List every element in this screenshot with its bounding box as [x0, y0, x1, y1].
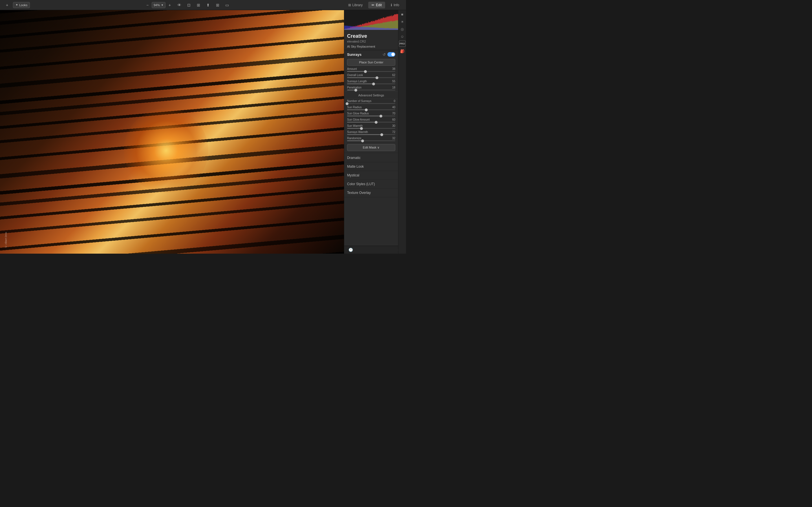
slider-track[interactable] [347, 83, 395, 84]
info-icon: ℹ [391, 3, 392, 7]
watermark: © Albert Dros [4, 232, 7, 248]
adv-slider-row-sun-glow-radius: Sun Glow Radius 70 [344, 111, 398, 117]
slider-label: Penetration [347, 86, 362, 89]
edit-mask-button[interactable]: Edit Mask ∨ [347, 144, 395, 151]
sunrays-reset-button[interactable]: ↺ [383, 52, 386, 57]
adv-slider-row-sun-warmth: Sun Warmth 30 [344, 124, 398, 130]
slider-value: 32 [392, 137, 395, 140]
edit-icon: ✏ [372, 3, 374, 7]
slider-track[interactable] [347, 128, 395, 129]
slider-row-sunrays-length: Sunrays Length 55 [344, 79, 398, 86]
right-panel-content: Creative elevated.CR2 AI Sky Replacement… [344, 30, 398, 246]
slider-value: 62 [392, 73, 395, 77]
adv-slider-row-sun-radius: Sun Radius 40 [344, 105, 398, 111]
layers-icon[interactable]: ≡ [399, 11, 405, 17]
zoom-value[interactable]: 94% ▼ [152, 2, 165, 8]
slider-track[interactable] [347, 116, 395, 116]
grid-button[interactable]: ⊞ [214, 2, 221, 8]
slider-label: Sun Glow Radius [347, 112, 369, 115]
right-panel: ≡ ☀ ◎ ☺ PRO 🎒 Creative elevated.CR2 AI S… [344, 10, 406, 253]
slider-label: Sun Warmth [347, 124, 363, 127]
adv-slider-row-sunrays-warmth: Sunrays Warmth 72 [344, 130, 398, 136]
slider-value: 40 [392, 106, 395, 109]
list-item-texture-overlay[interactable]: Texture Overlay [344, 188, 398, 197]
slider-label: Sun Glow Amount [347, 118, 370, 121]
face-icon[interactable]: ☺ [399, 33, 405, 40]
color-wheel-icon[interactable]: ◎ [399, 26, 405, 32]
sunrays-section-header: Sunrays ↺ [344, 50, 398, 58]
sun-icon[interactable]: ☀ [399, 18, 405, 25]
library-icon: ⊞ [348, 3, 351, 7]
layout-button[interactable]: ▭ [224, 2, 231, 8]
slider-track[interactable] [347, 71, 395, 72]
photo-image [0, 10, 344, 253]
list-item-dramatic[interactable]: Dramatic [344, 154, 398, 162]
slider-track[interactable] [347, 103, 395, 104]
pro-badge[interactable]: PRO [399, 41, 406, 47]
slider-track[interactable] [347, 109, 395, 110]
slider-label: Sunrays Warmth [347, 130, 368, 133]
add-button[interactable]: + [3, 2, 11, 8]
topbar: + ✦ Looks − 94% ▼ + 👁 ⊡ ⊞ ⬆ ⊞ ▭ ⊞ Librar… [0, 0, 406, 10]
slider-label: Randomize [347, 137, 362, 140]
sunrays-toggle[interactable] [387, 52, 395, 57]
module-title: AI Sky Replacement [344, 44, 398, 49]
slider-track[interactable] [347, 140, 395, 141]
slider-track[interactable] [347, 77, 395, 78]
panel-icon-bar: ≡ ☀ ◎ ☺ PRO 🎒 [398, 10, 406, 253]
export-button[interactable]: ⬆ [204, 2, 212, 8]
before-after-button[interactable]: ⊡ [185, 2, 193, 8]
slider-row-overall-look: Overall Look 62 [344, 73, 398, 79]
history-icon[interactable]: 🕐 [347, 247, 355, 252]
slider-value: 30 [392, 124, 395, 127]
slider-track[interactable] [347, 122, 395, 123]
adv-slider-row-sun-glow-amount: Sun Glow Amount 60 [344, 117, 398, 124]
slider-label: Sunrays Length [347, 80, 367, 83]
tab-info[interactable]: ℹ Info [387, 2, 402, 8]
file-name: elevated.CR2 [344, 40, 398, 44]
slider-label: Amount [347, 67, 357, 70]
adv-slider-row-randomize: Randomize 32 [344, 136, 398, 142]
slider-label: Number of Sunrays [347, 100, 371, 103]
slider-value: 60 [392, 118, 395, 121]
tab-library[interactable]: ⊞ Library [345, 2, 366, 8]
sunrays-title: Sunrays [347, 52, 362, 57]
basic-sliders: Amount 38 Overall Look 62 Sunrays Length… [344, 67, 398, 92]
histogram [344, 10, 406, 30]
looks-icon: ✦ [15, 3, 18, 7]
slider-row-amount: Amount 38 [344, 67, 398, 73]
zoom-decrease-button[interactable]: − [144, 2, 151, 8]
photo-canvas[interactable]: © Albert Dros [0, 10, 344, 253]
slider-value: 18 [392, 86, 395, 89]
slider-value: 70 [392, 112, 395, 115]
bottom-bar: 🕐 ••• [344, 246, 406, 253]
slider-label: Sun Radius [347, 106, 362, 109]
advanced-sliders: Number of Sunrays 0 Sun Radius 40 Sun Gl… [344, 99, 398, 142]
slider-row-penetration: Penetration 18 [344, 86, 398, 92]
adv-slider-row-number-of-sunrays: Number of Sunrays 0 [344, 99, 398, 105]
histogram-canvas [344, 10, 406, 30]
effects-list: DramaticMatte LookMysticalColor Styles (… [344, 154, 398, 197]
slider-track[interactable] [347, 90, 395, 91]
advanced-settings-toggle[interactable]: Advanced Settings [344, 92, 398, 99]
preview-button[interactable]: 👁 [176, 2, 183, 8]
tab-edit[interactable]: ✏ Edit [368, 2, 385, 8]
slider-value: 38 [392, 67, 395, 70]
main-area: © Albert Dros ≡ ☀ ◎ ☺ PRO 🎒 Creative ele… [0, 10, 406, 253]
list-item-color-styles-(lut)[interactable]: Color Styles (LUT) [344, 180, 398, 188]
bag-icon[interactable]: 🎒 [399, 48, 405, 54]
sunrays-controls: ↺ [383, 52, 395, 57]
slider-label: Overall Look [347, 73, 363, 77]
slider-track[interactable] [347, 134, 395, 135]
looks-button[interactable]: ✦ Looks [13, 2, 30, 8]
panel-title: Creative [344, 32, 398, 40]
list-item-mystical[interactable]: Mystical [344, 171, 398, 180]
slider-value: 55 [392, 80, 395, 83]
zoom-dropdown-icon: ▼ [161, 4, 164, 6]
list-item-matte-look[interactable]: Matte Look [344, 162, 398, 171]
crop-button[interactable]: ⊞ [195, 2, 202, 8]
zoom-increase-button[interactable]: + [166, 2, 173, 8]
slider-value: 0 [394, 100, 395, 103]
slider-value: 72 [392, 130, 395, 133]
place-sun-center-button[interactable]: Place Sun Center [347, 59, 395, 66]
